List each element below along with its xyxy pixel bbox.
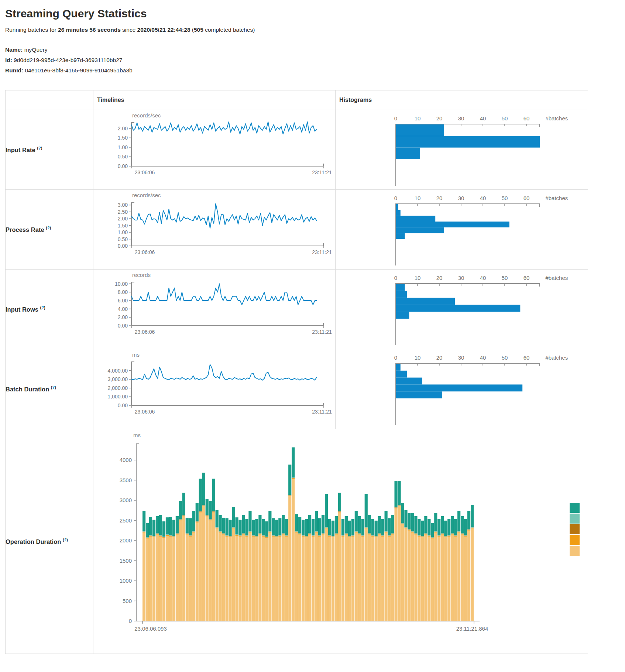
svg-text:20: 20 bbox=[436, 115, 443, 121]
svg-text:2.00: 2.00 bbox=[118, 314, 128, 320]
svg-text:60: 60 bbox=[523, 354, 530, 361]
summary-paren: ( bbox=[190, 27, 194, 33]
process-rate-histogram-chart: 0102030405060#batches bbox=[336, 190, 588, 270]
svg-text:23:06:06.093: 23:06:06.093 bbox=[134, 625, 167, 632]
svg-text:2,000.00: 2,000.00 bbox=[108, 385, 128, 391]
svg-text:#batches: #batches bbox=[545, 195, 568, 201]
process-rate-row: Process Rate (?)records/sec3.002.502.001… bbox=[6, 190, 588, 270]
input-rate-help-tooltip[interactable]: (?) bbox=[37, 146, 42, 150]
svg-text:23:11:21: 23:11:21 bbox=[312, 169, 332, 175]
batch-duration-help-tooltip[interactable]: (?) bbox=[51, 385, 56, 390]
svg-text:60: 60 bbox=[523, 275, 530, 281]
statistics-table: Timelines Histograms Input Rate (?)recor… bbox=[5, 90, 588, 654]
svg-text:6.00: 6.00 bbox=[118, 298, 128, 304]
svg-text:8.00: 8.00 bbox=[118, 289, 128, 295]
svg-text:2000: 2000 bbox=[120, 537, 132, 544]
legend-swatch-3 bbox=[570, 524, 580, 534]
svg-text:3000: 3000 bbox=[120, 497, 132, 503]
batch-duration-histogram-chart: 0102030405060#batches bbox=[336, 349, 588, 429]
svg-text:4,000.00: 4,000.00 bbox=[108, 368, 128, 374]
svg-text:10.00: 10.00 bbox=[115, 281, 128, 287]
input-rows-help-tooltip[interactable]: (?) bbox=[40, 305, 45, 310]
svg-text:0.00: 0.00 bbox=[118, 243, 128, 249]
id-value: 9d0dd219-995d-423e-b97d-36931110bb27 bbox=[12, 57, 123, 63]
svg-text:1.50: 1.50 bbox=[118, 223, 128, 229]
table-header-row: Timelines Histograms bbox=[6, 90, 588, 110]
svg-text:1000: 1000 bbox=[120, 577, 132, 584]
svg-text:10: 10 bbox=[415, 115, 421, 121]
svg-text:50: 50 bbox=[502, 115, 508, 121]
svg-text:50: 50 bbox=[502, 275, 508, 281]
svg-text:23:06:06: 23:06:06 bbox=[135, 329, 155, 335]
legend-swatch-2 bbox=[570, 514, 580, 524]
svg-text:records: records bbox=[132, 272, 151, 278]
svg-text:0: 0 bbox=[394, 115, 397, 121]
summary-mid: since bbox=[121, 27, 137, 33]
svg-text:50: 50 bbox=[502, 354, 508, 361]
svg-text:20: 20 bbox=[436, 195, 443, 201]
svg-text:2500: 2500 bbox=[120, 517, 132, 524]
svg-text:30: 30 bbox=[458, 354, 464, 361]
process-rate-help-tooltip[interactable]: (?) bbox=[46, 226, 51, 230]
svg-text:4000: 4000 bbox=[120, 457, 132, 463]
input-rows-histogram-chart: 0102030405060#batches bbox=[336, 270, 588, 349]
svg-text:1500: 1500 bbox=[120, 558, 132, 564]
process-rate-label: Process Rate (?) bbox=[6, 190, 93, 270]
svg-text:2.50: 2.50 bbox=[118, 209, 128, 215]
id-label: Id: bbox=[5, 57, 12, 63]
svg-text:2.00: 2.00 bbox=[118, 126, 128, 131]
svg-text:1.00: 1.00 bbox=[118, 229, 128, 235]
svg-text:0: 0 bbox=[394, 354, 397, 361]
svg-text:30: 30 bbox=[458, 275, 464, 281]
histograms-header: Histograms bbox=[336, 90, 588, 110]
svg-text:0.50: 0.50 bbox=[118, 236, 128, 242]
page-title: Streaming Query Statistics bbox=[5, 7, 625, 20]
runid-label: RunId: bbox=[5, 67, 23, 73]
running-duration: 26 minutes 56 seconds bbox=[58, 27, 121, 33]
svg-text:0: 0 bbox=[129, 618, 132, 624]
svg-text:40: 40 bbox=[480, 354, 486, 361]
batch-duration-row: Batch Duration (?)ms4,000.003,000.002,00… bbox=[6, 349, 588, 429]
query-id-line: Id: 9d0dd219-995d-423e-b97d-36931110bb27 bbox=[5, 57, 625, 64]
svg-text:20: 20 bbox=[436, 275, 443, 281]
input-rate-histogram-chart: 0102030405060#batches bbox=[336, 110, 588, 190]
summary-suffix: completed batches) bbox=[203, 27, 255, 33]
operation-duration-label: Operation Duration (?) bbox=[6, 429, 93, 654]
legend-swatch-1 bbox=[570, 503, 580, 513]
svg-text:0.50: 0.50 bbox=[118, 154, 128, 160]
svg-text:0: 0 bbox=[394, 195, 397, 201]
svg-text:50: 50 bbox=[502, 195, 508, 201]
legend-swatch-4 bbox=[570, 535, 580, 545]
svg-text:23:06:06: 23:06:06 bbox=[135, 249, 155, 255]
svg-text:3.00: 3.00 bbox=[118, 202, 128, 208]
operation-duration-row: Operation Duration (?)ms4000350030002500… bbox=[6, 429, 588, 654]
svg-text:ms: ms bbox=[132, 352, 140, 358]
process-rate-timeline-chart: records/sec3.002.502.001.501.000.500.002… bbox=[93, 190, 336, 270]
svg-text:10: 10 bbox=[415, 354, 421, 361]
svg-text:1.50: 1.50 bbox=[118, 135, 128, 141]
input-rate-label: Input Rate (?) bbox=[6, 110, 93, 190]
metric-column-header bbox=[6, 90, 93, 110]
svg-text:23:06:06: 23:06:06 bbox=[135, 169, 155, 175]
svg-text:40: 40 bbox=[480, 275, 486, 281]
svg-text:2.00: 2.00 bbox=[118, 216, 128, 222]
svg-text:23:11:21: 23:11:21 bbox=[312, 249, 332, 255]
svg-text:23:11:21.864: 23:11:21.864 bbox=[456, 625, 488, 632]
batch-duration-label: Batch Duration (?) bbox=[6, 349, 93, 429]
svg-text:records/sec: records/sec bbox=[132, 112, 161, 119]
running-batches-summary: Running batches for 26 minutes 56 second… bbox=[5, 27, 625, 33]
streaming-statistics-page: Streaming Query Statistics Running batch… bbox=[0, 0, 625, 669]
svg-text:60: 60 bbox=[523, 195, 530, 201]
svg-text:40: 40 bbox=[480, 195, 486, 201]
svg-text:0.00: 0.00 bbox=[118, 323, 128, 329]
query-meta: Name: myQuery Id: 9d0dd219-995d-423e-b97… bbox=[5, 47, 625, 74]
svg-text:#batches: #batches bbox=[545, 275, 568, 281]
operation-duration-help-tooltip[interactable]: (?) bbox=[63, 538, 68, 542]
svg-text:3500: 3500 bbox=[120, 477, 132, 483]
runid-value: 04e101e6-8bf8-4165-9099-9104c951ba3b bbox=[23, 67, 133, 73]
completed-batches-count: 505 bbox=[194, 27, 203, 33]
legend-swatch-5 bbox=[570, 546, 580, 556]
svg-text:20: 20 bbox=[436, 354, 443, 361]
svg-text:records/sec: records/sec bbox=[132, 192, 161, 198]
svg-text:30: 30 bbox=[458, 195, 464, 201]
